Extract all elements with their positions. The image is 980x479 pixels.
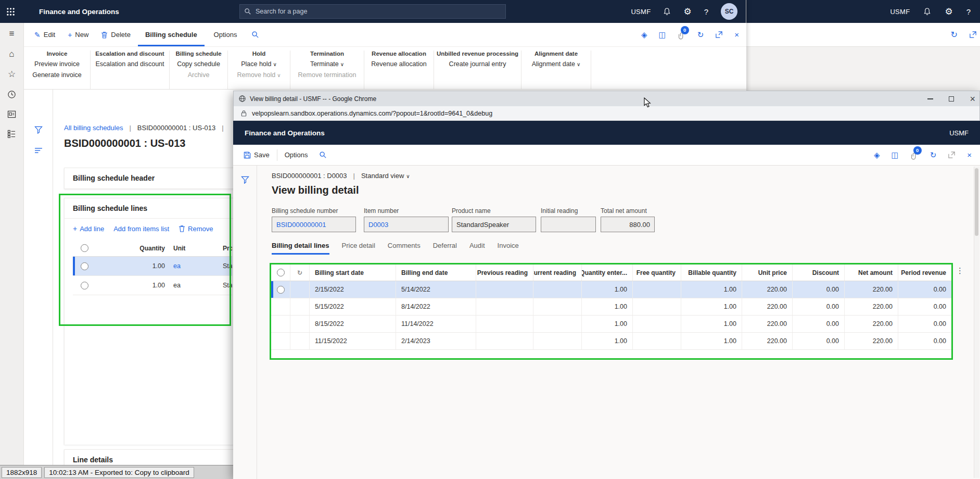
row-radio[interactable] (277, 286, 285, 294)
cell[interactable]: 1.00 (681, 281, 742, 298)
field-value[interactable]: StandardSpeaker (452, 217, 536, 232)
field-value[interactable]: D0003 (364, 217, 449, 232)
row-radio[interactable] (81, 262, 88, 270)
company-badge[interactable]: USMF (631, 8, 651, 16)
escalation-and-discount-button[interactable]: Escalation and discount (95, 60, 164, 68)
cell[interactable]: 0.00 (793, 333, 845, 349)
action-search-icon[interactable] (251, 31, 259, 39)
cell[interactable]: 220.00 (845, 316, 898, 332)
minimize-icon[interactable] (927, 98, 933, 99)
cell[interactable]: 11/15/2022 (310, 333, 396, 349)
preview-invoice-button[interactable]: Preview invoice (34, 60, 80, 68)
view-lines-icon[interactable] (34, 147, 43, 154)
open-in-new-window-icon[interactable] (969, 31, 977, 39)
cell[interactable]: 1.00 (582, 281, 633, 298)
favorites-star-icon[interactable]: ☆ (8, 70, 16, 79)
add-line-button[interactable]: + Add line (73, 224, 104, 233)
add-from-items-list-button[interactable]: Add from items list (113, 225, 169, 233)
cell[interactable]: 0.00 (898, 316, 951, 332)
column-header[interactable]: Billable quantity (681, 264, 742, 281)
tab-billing-detail-lines[interactable]: Billing detail lines (272, 242, 329, 255)
cell[interactable]: 5/15/2022 (310, 298, 396, 315)
home-icon[interactable]: ⌂ (9, 49, 14, 58)
save-button[interactable]: Save (244, 151, 270, 159)
tab-options[interactable]: Options (285, 151, 308, 159)
cell[interactable] (533, 316, 582, 332)
revenue-allocation-button[interactable]: Revenue allocation (371, 60, 426, 68)
new-button[interactable]: + New (62, 23, 94, 46)
tab-billing-schedule[interactable]: Billing schedule (138, 23, 205, 46)
close-icon[interactable]: × (970, 94, 975, 104)
tab-price-detail[interactable]: Price detail (342, 242, 375, 255)
company-badge[interactable]: USMF (949, 129, 969, 137)
open-in-new-window-icon[interactable] (715, 31, 723, 39)
generate-invoice-button[interactable]: Generate invoice (32, 71, 82, 79)
cell[interactable] (633, 298, 681, 315)
search-input[interactable] (256, 8, 501, 15)
breadcrumb-link[interactable]: All billing schedules (64, 124, 123, 132)
table-row[interactable]: 1.00 ea StandardSpeaker (73, 257, 232, 276)
cell[interactable] (533, 333, 582, 349)
cell[interactable]: 220.00 (845, 333, 898, 349)
column-header[interactable]: Net amount (845, 264, 898, 281)
workspaces-icon[interactable] (7, 110, 16, 118)
column-header[interactable]: Free quantity (633, 264, 681, 281)
column-header[interactable]: Current reading (533, 264, 582, 281)
personalize-diamond-icon[interactable]: ◈ (641, 31, 647, 39)
cell[interactable]: 2/15/2022 (310, 281, 396, 298)
copy-schedule-button[interactable]: Copy schedule (177, 60, 220, 68)
help-icon[interactable]: ? (704, 7, 708, 16)
column-header[interactable]: Previous reading (476, 264, 533, 281)
open-side-pane-icon[interactable]: ◫ (891, 151, 898, 159)
tab-invoice[interactable]: Invoice (498, 242, 519, 255)
terminate-button[interactable]: Terminate∨ (310, 60, 344, 68)
avatar[interactable]: SC (721, 3, 737, 20)
more-options-dots-icon[interactable]: ⋮ (956, 266, 964, 275)
cell[interactable]: 220.00 (742, 281, 793, 298)
cell[interactable] (533, 281, 582, 298)
cell[interactable] (476, 281, 533, 298)
column-header[interactable]: Billing end date (396, 264, 476, 281)
edit-button[interactable]: ✎ Edit (29, 23, 60, 46)
column-header[interactable]: Quantity enter... (582, 264, 633, 281)
select-all-radio[interactable] (277, 269, 285, 276)
tab-deferral[interactable]: Deferral (433, 242, 457, 255)
cell[interactable] (633, 333, 681, 349)
open-side-pane-icon[interactable]: ◫ (658, 31, 666, 39)
cell-quantity[interactable]: 1.00 (96, 262, 169, 270)
column-header[interactable]: Billing start date (310, 264, 396, 281)
cell[interactable]: 1.00 (681, 316, 742, 332)
cell[interactable]: 8/14/2022 (396, 298, 476, 315)
cell[interactable]: 1.00 (681, 333, 742, 349)
remove-button[interactable]: Remove (179, 225, 213, 233)
cell[interactable] (633, 316, 681, 332)
page-search-box[interactable] (239, 4, 506, 19)
refresh-icon[interactable]: ↻ (290, 264, 310, 281)
cell-unit[interactable]: ea (169, 282, 219, 289)
cell[interactable] (476, 298, 533, 315)
view-selector[interactable]: Standard view∨ (361, 172, 410, 180)
maximize-icon[interactable] (949, 96, 954, 102)
nav-hamburger-icon[interactable]: ≡ (9, 29, 15, 38)
help-icon[interactable]: ? (966, 7, 971, 16)
cell[interactable]: 8/15/2022 (310, 316, 396, 332)
column-header[interactable]: Quantity (96, 245, 169, 252)
table-row[interactable]: 11/15/2022 2/14/2023 1.00 1.00 220.00 0.… (271, 333, 951, 350)
cell-product[interactable]: StandardSpeaker (219, 282, 232, 289)
place-hold-button[interactable]: Place hold∨ (241, 60, 277, 68)
cell[interactable]: 11/14/2022 (396, 316, 476, 332)
cell[interactable] (476, 316, 533, 332)
cell[interactable]: 0.00 (793, 281, 845, 298)
settings-gear-icon[interactable]: ⚙ (683, 7, 691, 16)
refresh-icon[interactable]: ↻ (697, 31, 704, 39)
company-badge[interactable]: USMF (890, 8, 910, 16)
cell[interactable] (633, 281, 681, 298)
delete-button[interactable]: Delete (96, 23, 136, 46)
column-header[interactable]: Discount (793, 264, 845, 281)
cell-quantity[interactable]: 1.00 (96, 282, 169, 289)
cell[interactable]: 1.00 (681, 298, 742, 315)
table-row[interactable]: 8/15/2022 11/14/2022 1.00 1.00 220.00 0.… (271, 316, 951, 333)
table-row[interactable]: 1.00 ea StandardSpeaker (73, 276, 232, 295)
cell[interactable]: 220.00 (742, 316, 793, 332)
create-journal-entry-button[interactable]: Create journal entry (449, 60, 506, 68)
